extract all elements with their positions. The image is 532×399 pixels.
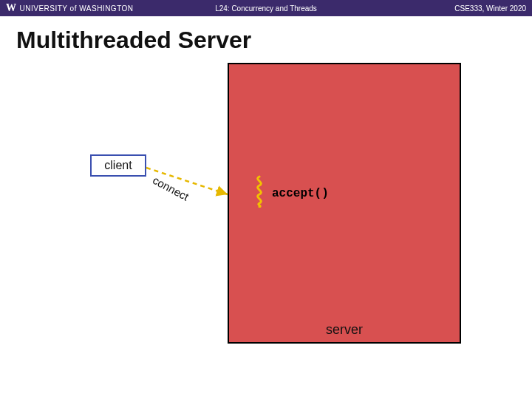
client-label: client — [104, 159, 132, 172]
university-name: UNIVERSITY of WASHINGTON — [20, 4, 134, 13]
university-logo: W UNIVERSITY of WASHINGTON — [6, 2, 134, 14]
accept-label: accept() — [272, 187, 329, 200]
diagram-canvas: server client connect accept() — [0, 60, 532, 385]
slide-header: W UNIVERSITY of WASHINGTON L24: Concurre… — [0, 0, 532, 16]
lecture-title: L24: Concurrency and Threads — [215, 4, 317, 13]
course-code: CSE333, Winter 2020 — [454, 4, 526, 13]
client-box: client — [90, 154, 146, 177]
slide-title: Multithreaded Server — [0, 16, 532, 60]
server-box: server — [228, 63, 461, 344]
footer: 6 — [0, 385, 532, 399]
uw-w-icon: W — [6, 2, 17, 14]
server-label: server — [326, 322, 363, 338]
connect-label: connect — [151, 174, 191, 203]
